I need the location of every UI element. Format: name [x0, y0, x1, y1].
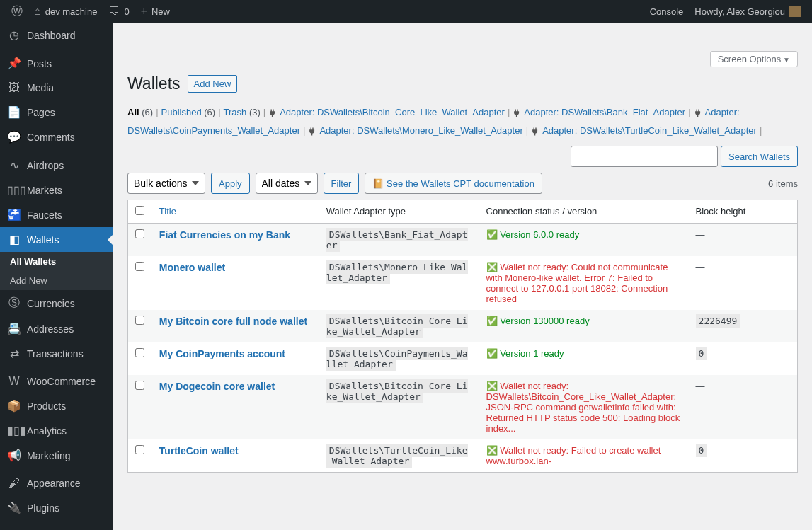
- row-checkbox[interactable]: [135, 381, 144, 390]
- addresses-icon: 📇: [7, 322, 21, 335]
- status-text: Wallet not ready: Failed to create walle…: [486, 445, 661, 466]
- items-count: 6 items: [768, 178, 798, 189]
- page-title: Wallets: [127, 74, 181, 93]
- pages-icon: 📄: [7, 105, 21, 119]
- submenu-item[interactable]: All Wallets: [0, 252, 113, 271]
- filter-adapter[interactable]: Adapter: DSWallets\TurtleCoin_Like_Walle…: [542, 125, 757, 136]
- wordpress-icon: ⓦ: [11, 4, 23, 19]
- sidebar-item-comments[interactable]: 💬Comments: [0, 125, 113, 149]
- adapter-type: DSWallets\Bitcoin_Core_Like_Wallet_Adapt…: [326, 379, 468, 403]
- adapter-type: DSWallets\CoinPayments_Wallet_Adapter: [326, 347, 468, 371]
- sidebar-item-label: Dashboard: [27, 30, 76, 41]
- table-row: Fiat Currencies on my Bank DSWallets\Ban…: [128, 224, 798, 257]
- status-text: Version 6.0.0 ready: [500, 229, 579, 240]
- row-checkbox[interactable]: [135, 445, 144, 454]
- sidebar-item-label: Marketing: [27, 450, 70, 461]
- sidebar-item-transactions[interactable]: ⇄Transactions: [0, 341, 113, 366]
- row-checkbox[interactable]: [135, 348, 144, 357]
- sidebar-item-posts[interactable]: 📌Posts: [0, 51, 113, 76]
- plus-icon: +: [141, 5, 147, 18]
- new-label: New: [151, 6, 170, 17]
- wp-logo[interactable]: ⓦ: [6, 0, 28, 23]
- new-content-link[interactable]: +New: [135, 0, 176, 23]
- screen-options-button[interactable]: Screen Options: [710, 51, 798, 67]
- sidebar-item-dashboard[interactable]: ◷Dashboard: [0, 23, 113, 47]
- sidebar-item-label: Transactions: [27, 348, 84, 359]
- sidebar-item-pages[interactable]: 📄Pages: [0, 100, 113, 125]
- wallet-title-link[interactable]: Fiat Currencies on my Bank: [159, 229, 290, 241]
- adapter-type: DSWallets\Bank_Fiat_Adapter: [326, 228, 468, 252]
- filter-all[interactable]: All: [127, 107, 139, 117]
- sidebar-item-addresses[interactable]: 📇Addresses: [0, 316, 113, 341]
- sidebar-item-appearance[interactable]: 🖌Appearance: [0, 471, 113, 487]
- status-text: Wallet not ready: DSWallets\Bitcoin_Core…: [486, 381, 680, 434]
- admin-sidebar: ◷Dashboard📌Posts🖼Media📄Pages💬Comments∿Ai…: [0, 23, 113, 487]
- sidebar-item-wallets[interactable]: ◧Wallets: [0, 227, 113, 252]
- column-title[interactable]: Title: [152, 200, 319, 224]
- sidebar-item-currencies[interactable]: ⓈCurrencies: [0, 290, 113, 316]
- site-name-link[interactable]: ⌂dev machine: [28, 0, 103, 23]
- transactions-icon: ⇄: [7, 347, 21, 360]
- search-input[interactable]: [571, 146, 718, 167]
- documentation-button[interactable]: 📔 See the Wallets CPT documentation: [365, 173, 542, 194]
- filter-trash[interactable]: Trash: [224, 107, 247, 117]
- avatar: [789, 6, 801, 17]
- wallets-table: Title Wallet Adapter type Connection sta…: [127, 200, 798, 473]
- filter-adapter[interactable]: Adapter: DSWallets\Bitcoin_Core_Like_Wal…: [280, 107, 505, 117]
- filter-published[interactable]: Published: [161, 107, 202, 117]
- status-text: Version 130000 ready: [500, 316, 589, 326]
- bulk-actions-select[interactable]: Bulk actions: [127, 173, 205, 194]
- add-new-button[interactable]: Add New: [188, 75, 238, 93]
- sidebar-item-products[interactable]: 📦Products: [0, 393, 113, 418]
- status-icon: ❎: [486, 381, 498, 391]
- block-height-value: —: [696, 262, 705, 272]
- posts-icon: 📌: [7, 57, 21, 70]
- sidebar-item-label: Comments: [27, 132, 75, 143]
- products-icon: 📦: [7, 399, 21, 413]
- faucets-icon: 🚰: [7, 208, 21, 221]
- console-link[interactable]: Console: [644, 0, 690, 23]
- status-icon: ❎: [486, 262, 498, 272]
- wallet-title-link[interactable]: My CoinPayments account: [159, 348, 285, 359]
- filter-adapter[interactable]: Adapter: DSWallets\Bank_Fiat_Adapter: [524, 107, 685, 117]
- filter-adapter[interactable]: Adapter: DSWallets\Monero_Like_Wallet_Ad…: [319, 125, 522, 136]
- table-row: TurtleCoin wallet DSWallets\TurtleCoin_L…: [128, 439, 798, 473]
- block-height-value: 2226499: [696, 314, 740, 328]
- airdrops-icon: ∿: [7, 159, 21, 172]
- column-status: Connection status / version: [479, 200, 689, 224]
- wallet-title-link[interactable]: Monero wallet: [159, 262, 225, 273]
- status-filter-links: All (6)|Published (6)|Trash (3)|Adapter:…: [127, 103, 798, 140]
- filter-button[interactable]: Filter: [324, 173, 360, 194]
- sidebar-item-markets[interactable]: ▯▯▯Markets: [0, 178, 113, 202]
- wallet-title-link[interactable]: My Dogecoin core wallet: [159, 381, 275, 392]
- markets-icon: ▯▯▯: [7, 183, 21, 197]
- block-height-value: —: [696, 381, 705, 391]
- row-checkbox[interactable]: [135, 262, 144, 271]
- sidebar-item-airdrops[interactable]: ∿Airdrops: [0, 153, 113, 178]
- analytics-icon: ▮▯▮: [7, 424, 21, 437]
- status-text: Version 1 ready: [500, 348, 564, 359]
- wallet-title-link[interactable]: TurtleCoin wallet: [159, 445, 239, 456]
- search-button[interactable]: Search Wallets: [721, 146, 798, 167]
- status-icon: ✅: [486, 229, 498, 240]
- sidebar-item-media[interactable]: 🖼Media: [0, 76, 113, 100]
- apply-button[interactable]: Apply: [211, 173, 250, 194]
- sidebar-item-woocommerce[interactable]: WWooCommerce: [0, 369, 113, 393]
- submenu-item[interactable]: Add New: [0, 271, 113, 290]
- sidebar-item-label: Addresses: [27, 323, 74, 335]
- select-all-checkbox[interactable]: [135, 206, 144, 215]
- comment-icon: 🗨: [108, 5, 120, 18]
- wallet-title-link[interactable]: My Bitcoin core full node wallet: [159, 316, 307, 327]
- sidebar-item-analytics[interactable]: ▮▯▮Analytics: [0, 418, 113, 443]
- sidebar-item-label: Analytics: [27, 425, 67, 437]
- sidebar-item-faucets[interactable]: 🚰Faucets: [0, 202, 113, 227]
- sidebar-item-marketing[interactable]: 📢Marketing: [0, 443, 113, 468]
- comments-link[interactable]: 🗨0: [103, 0, 135, 23]
- dashboard-icon: ◷: [7, 28, 21, 42]
- date-filter-select[interactable]: All dates: [256, 173, 318, 194]
- row-checkbox[interactable]: [135, 316, 144, 325]
- sidebar-item-label: Appearance: [27, 478, 81, 487]
- account-link[interactable]: Howdy, Alex Georgiou: [689, 0, 806, 23]
- block-height-value: —: [696, 229, 705, 240]
- row-checkbox[interactable]: [135, 229, 144, 238]
